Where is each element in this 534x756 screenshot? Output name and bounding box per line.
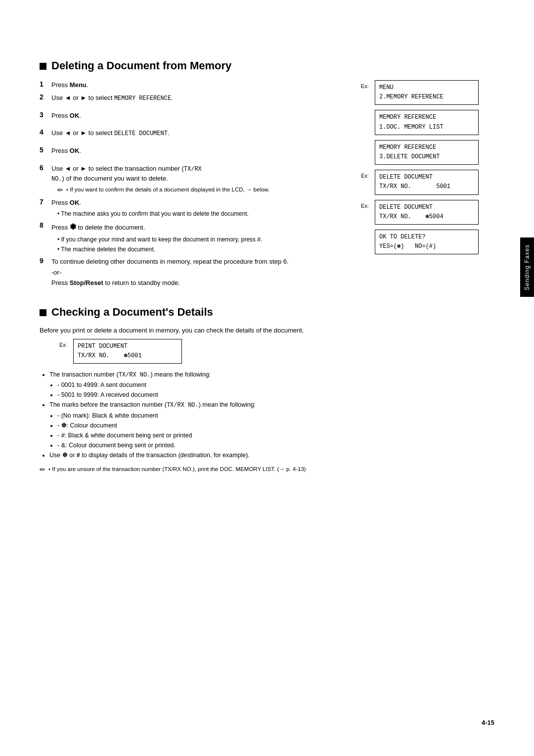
- lcd-panel-5: DELETE DOCUMENT TX/RX NO. ✽5004: [375, 200, 479, 225]
- lcd-panel-2: MEMORY REFERENCE 1.DOC. MEMORY LIST: [375, 110, 479, 135]
- step-4-content: Use ◄ or ► to select DELETE DOCUMENT.: [51, 128, 351, 139]
- bullet-1: The transaction number (TX/RX NO.) means…: [49, 370, 494, 400]
- step-7: 7 Press OK. • The machine asks you to co…: [40, 198, 351, 220]
- page: Deleting a Document from Memory 1 Press …: [0, 0, 534, 756]
- step-4-number: 4: [40, 128, 47, 139]
- step-8-content: Press ✽ to delete the document. • If you…: [51, 221, 351, 255]
- step-7-content: Press OK. • The machine asks you to conf…: [51, 198, 351, 220]
- bullet-1-sub-2: 5001 to 9999: A received document: [57, 390, 494, 400]
- checking-lcd-panel: PRINT DOCUMENT TX/RX NO. ✽5001: [73, 339, 182, 364]
- checking-intro: Before you print or delete a document in…: [40, 327, 494, 334]
- step-8-sub1: • If you change your mind and want to ke…: [57, 235, 351, 244]
- lcd-panel-2-wrapper: Ex: MEMORY REFERENCE 1.DOC. MEMORY LIST: [361, 110, 494, 135]
- step-2: 2 Use ◄ or ► to select MEMORY REFERENCE.: [40, 93, 351, 104]
- lcd-panel-3: MEMORY REFERENCE 3.DELETE DOCUMENT: [375, 140, 479, 165]
- lcd-2-line1: MEMORY REFERENCE: [379, 113, 474, 122]
- checking-bullets: The transaction number (TX/RX NO.) means…: [49, 370, 494, 460]
- step-6-mono: TX/RXNO.: [51, 166, 202, 183]
- content-area: 1 Press Menu. 2 Use ◄ or ► to select MEM…: [40, 80, 494, 291]
- step-1-bold: Menu: [70, 81, 87, 89]
- step-1-number: 1: [40, 80, 47, 91]
- step-9-stop-reset: Stop/Reset: [70, 279, 103, 286]
- section2-note-text: • If you are unsure of the transaction n…: [48, 465, 306, 473]
- lcd-panel-4: DELETE DOCUMENT TX/RX NO. 5001: [375, 170, 479, 194]
- step-9-or-text: Press Stop/Reset to return to standby mo…: [51, 278, 351, 288]
- bullet-2: The marks before the transaction number …: [49, 400, 494, 450]
- lcd-panel-1: MENU 2.MEMORY REFERENCE: [375, 80, 479, 105]
- checking-lcd-line2: TX/RX NO. ✽5001: [78, 351, 178, 361]
- step-4: 4 Use ◄ or ► to select DELETE DOCUMENT.: [40, 128, 351, 139]
- step-8-star: ✽: [70, 223, 76, 231]
- section2-pencil-icon: ✏: [40, 466, 45, 473]
- section2: Checking a Document's Details Before you…: [40, 306, 494, 473]
- lcd-4-ex-label: Ex:: [361, 170, 372, 179]
- step-5-bold: OK: [70, 147, 80, 154]
- step-8-number: 8: [40, 221, 47, 255]
- step-9-or: -or-: [51, 268, 351, 278]
- step-2-number: 2: [40, 93, 47, 104]
- step-9: 9 To continue deleting other documents i…: [40, 257, 351, 289]
- section1-icon: [40, 63, 46, 70]
- checking-lcd-wrapper: Ex: PRINT DOCUMENT TX/RX NO. ✽5001: [59, 339, 494, 364]
- bullet-2-subs: (No mark): Black & white document ✽: Col…: [57, 411, 494, 450]
- instructions: 1 Press Menu. 2 Use ◄ or ► to select MEM…: [40, 80, 361, 291]
- step-3: 3 Press OK.: [40, 111, 351, 122]
- bullet-2-sub-4: &: Colour document being sent or printed…: [57, 440, 494, 450]
- lcd-panel-5-wrapper: Ex: DELETE DOCUMENT TX/RX NO. ✽5004: [361, 200, 494, 225]
- section2-note: ✏ • If you are unsure of the transaction…: [40, 465, 494, 473]
- lcd-2-line2: 1.DOC. MEMORY LIST: [379, 123, 474, 132]
- checking-content: Before you print or delete a document in…: [40, 327, 494, 473]
- lcd-6-line2: YES=(✽) NO=(#): [379, 242, 474, 251]
- step-6-number: 6: [40, 164, 47, 196]
- lcd-4-line2: TX/RX NO. 5001: [379, 182, 474, 191]
- step-4-mono: DELETE DOCUMENT: [114, 130, 168, 137]
- lcd-3-line2: 3.DELETE DOCUMENT: [379, 152, 474, 162]
- lcd-panels: Ex: MENU 2.MEMORY REFERENCE Ex: MEMORY R…: [361, 80, 494, 291]
- lcd-panel-6: OK TO DELETE? YES=(✽) NO=(#): [375, 230, 479, 254]
- step-6-note-text: • If you want to confirm the details of …: [66, 186, 269, 194]
- section2-title: Checking a Document's Details: [51, 306, 213, 319]
- lcd-5-ex-label: Ex:: [361, 200, 372, 209]
- bullet-2-sub-3: #: Black & white document being sent or …: [57, 430, 494, 440]
- step-7-sub-text: • The machine asks you to confirm that y…: [57, 209, 351, 218]
- side-tab: Sending Faxes: [520, 237, 534, 297]
- step-5-number: 5: [40, 146, 47, 157]
- bullet-3: Use ✽ or # to display details of the tra…: [49, 450, 494, 460]
- lcd-panel-6-wrapper: Ex: OK TO DELETE? YES=(✽) NO=(#): [361, 230, 494, 254]
- lcd-6-line1: OK TO DELETE?: [379, 233, 474, 242]
- lcd-panel-4-wrapper: Ex: DELETE DOCUMENT TX/RX NO. 5001: [361, 170, 494, 194]
- step-7-number: 7: [40, 198, 47, 220]
- bullet-2-sub-2: ✽: Colour document: [57, 421, 494, 430]
- step-3-content: Press OK.: [51, 111, 351, 122]
- lcd-4-line1: DELETE DOCUMENT: [379, 173, 474, 182]
- step-1: 1 Press Menu.: [40, 80, 351, 91]
- step-8-sub2: • The machine deletes the document.: [57, 245, 351, 254]
- lcd-3-line1: MEMORY REFERENCE: [379, 143, 474, 152]
- step-6-note: ✏ • If you want to confirm the details o…: [57, 186, 351, 194]
- step-6-content: Use ◄ or ► to select the transaction num…: [51, 164, 351, 196]
- step-2-mono: MEMORY REFERENCE: [114, 95, 171, 102]
- step-7-bold: OK: [70, 199, 80, 206]
- lcd-1-ex-label: Ex:: [361, 80, 372, 89]
- bullet-2-sub-1: (No mark): Black & white document: [57, 411, 494, 421]
- bullet-1-subs: 0001 to 4999: A sent document 5001 to 99…: [57, 380, 494, 400]
- step-3-bold: OK: [70, 112, 80, 119]
- step-9-number: 9: [40, 257, 47, 289]
- lcd-5-line2: TX/RX NO. ✽5004: [379, 212, 474, 222]
- step-8: 8 Press ✽ to delete the document. • If y…: [40, 221, 351, 255]
- step-9-text: To continue deleting other documents in …: [51, 257, 351, 267]
- section2-heading: Checking a Document's Details: [40, 306, 494, 319]
- lcd-1-line1: MENU: [379, 83, 474, 93]
- step-5-content: Press OK.: [51, 146, 351, 157]
- checking-lcd-line1: PRINT DOCUMENT: [78, 342, 178, 351]
- step-6: 6 Use ◄ or ► to select the transaction n…: [40, 164, 351, 196]
- step-8-subs: • If you change your mind and want to ke…: [57, 235, 351, 254]
- section2-icon: [40, 309, 46, 316]
- lcd-1-line2: 2.MEMORY REFERENCE: [379, 93, 474, 102]
- section1-title: Deleting a Document from Memory: [51, 59, 231, 72]
- bullet-1-sub-1: 0001 to 4999: A sent document: [57, 380, 494, 390]
- section1-heading: Deleting a Document from Memory: [40, 59, 494, 72]
- lcd-5-line1: DELETE DOCUMENT: [379, 203, 474, 212]
- step-3-number: 3: [40, 111, 47, 122]
- step-2-content: Use ◄ or ► to select MEMORY REFERENCE.: [51, 93, 351, 104]
